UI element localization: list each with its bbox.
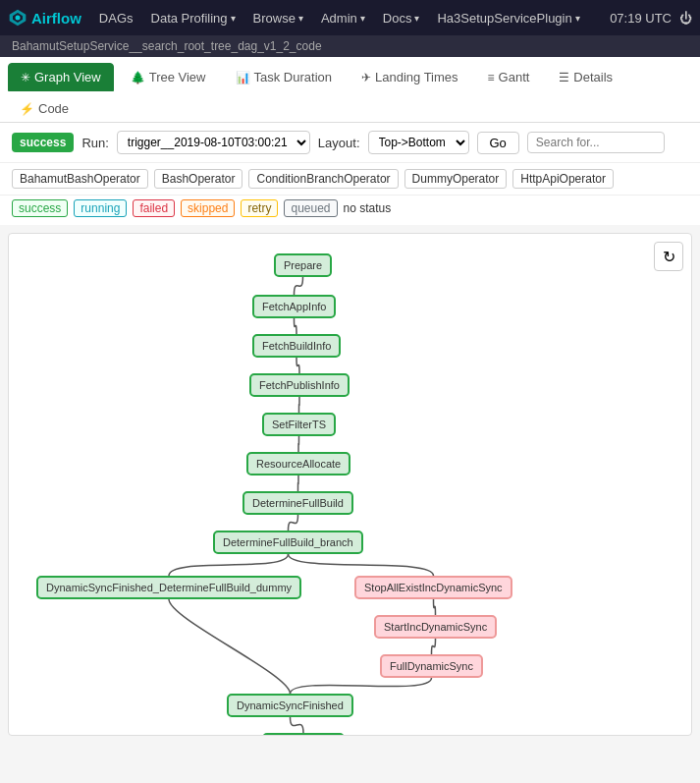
legend-retry[interactable]: retry [241, 199, 278, 217]
op-tag-condition[interactable]: ConditionBranchOperator [248, 169, 398, 189]
op-tag-httpapi[interactable]: HttpApiOperator [512, 169, 614, 189]
gantt-icon: ≡ [488, 71, 495, 84]
dag-node-fetchappinfo[interactable]: FetchAppInfo [252, 295, 336, 318]
graph-area: ↻ PrepareFetchAppInfoFetchBuildInfoFetch… [8, 233, 692, 736]
legend-running[interactable]: running [74, 199, 127, 217]
graph-view-icon: ✳ [21, 71, 30, 84]
dag-node-setfilterts[interactable]: SetFilterTS [262, 413, 336, 436]
top-nav: Airflow DAGs Data Profiling▾ Browse▾ Adm… [0, 0, 700, 35]
run-select[interactable]: trigger__2019-08-10T03:00:21 [117, 131, 310, 154]
dag-node-stopallexistincdynamicsync[interactable]: StopAllExistIncDynamicSync [354, 576, 512, 599]
nav-time: 07:19 UTC ⏻ [610, 11, 692, 26]
nav-dags[interactable]: DAGs [91, 0, 141, 35]
tab-code[interactable]: ⚡ Code [8, 95, 81, 122]
legend-queued[interactable]: queued [284, 199, 337, 217]
layout-select[interactable]: Top->Bottom [368, 131, 469, 154]
nav-browse[interactable]: Browse▾ [245, 0, 311, 35]
dag-node-dynamicsyncfinished-determinefullbuild-dummy[interactable]: DynamicSyncFinished_DetermineFullBuild_d… [36, 576, 301, 599]
op-tag-bahamut[interactable]: BahamutBashOperator [12, 169, 148, 189]
legend-no-status: no status [344, 201, 392, 215]
controls-bar: success Run: trigger__2019-08-10T03:00:2… [0, 123, 700, 163]
tab-tree-view[interactable]: 🌲 Tree View [118, 63, 219, 91]
run-label: Run: [81, 136, 108, 150]
dag-canvas: PrepareFetchAppInfoFetchBuildInfoFetchPu… [9, 234, 691, 735]
go-button[interactable]: Go [477, 132, 519, 154]
tab-task-duration[interactable]: 📊 Task Duration [223, 63, 345, 91]
tab-details[interactable]: ☰ Details [546, 63, 625, 91]
status-badge: success [12, 133, 74, 152]
tree-view-icon: 🌲 [131, 71, 145, 84]
breadcrumb: BahamutSetupService__search_root_tree_da… [0, 35, 700, 57]
legend-success[interactable]: success [12, 199, 68, 217]
nav-docs[interactable]: Docs▾ [375, 0, 428, 35]
details-icon: ☰ [559, 71, 569, 84]
op-tag-dummy[interactable]: DummyOperator [404, 169, 508, 189]
task-duration-icon: 📊 [236, 71, 250, 84]
dag-node-dynamicsyncfinished[interactable]: DynamicSyncFinished [227, 694, 353, 717]
code-icon: ⚡ [20, 102, 34, 116]
tab-landing-times[interactable]: ✈ Landing Times [349, 63, 471, 91]
operator-tags: BahamutBashOperator BashOperator Conditi… [0, 163, 700, 196]
legend-skipped[interactable]: skipped [181, 199, 235, 217]
layout-label: Layout: [318, 136, 360, 150]
power-icon[interactable]: ⏻ [679, 11, 692, 26]
nav-plugin[interactable]: Ha3SetupServicePlugin▾ [429, 0, 587, 35]
status-legend: success running failed skipped retry que… [0, 196, 700, 225]
dag-node-startincdynamicsync[interactable]: StartIncDynamicSync [374, 615, 497, 639]
tab-graph-view[interactable]: ✳ Graph View [8, 63, 114, 91]
legend-failed[interactable]: failed [133, 199, 175, 217]
logo[interactable]: Airflow [8, 8, 81, 28]
dag-node-choosetopic[interactable]: ChooseTopic [262, 733, 345, 736]
landing-times-icon: ✈ [361, 71, 371, 84]
dag-node-resourceallocate[interactable]: ResourceAllocate [246, 452, 350, 475]
dag-node-determinefullbuild-branch[interactable]: DetermineFullBuild_branch [213, 531, 363, 554]
dag-node-prepare[interactable]: Prepare [274, 253, 332, 277]
dag-node-fulldynamicsync[interactable]: FullDynamicSync [380, 654, 483, 678]
nav-data-profiling[interactable]: Data Profiling▾ [143, 0, 243, 35]
tab-gantt[interactable]: ≡ Gantt [475, 63, 543, 91]
dag-node-determinefullbuild[interactable]: DetermineFullBuild [242, 491, 353, 515]
search-input[interactable] [527, 132, 665, 153]
svg-point-2 [16, 16, 21, 21]
nav-admin[interactable]: Admin▾ [313, 0, 373, 35]
dag-node-fetchpublishinfo[interactable]: FetchPublishInfo [249, 373, 350, 397]
op-tag-bash[interactable]: BashOperator [154, 169, 243, 189]
dag-node-fetchbuildinfo[interactable]: FetchBuildInfo [252, 334, 341, 358]
view-tabs: ✳ Graph View 🌲 Tree View 📊 Task Duration… [0, 57, 700, 123]
